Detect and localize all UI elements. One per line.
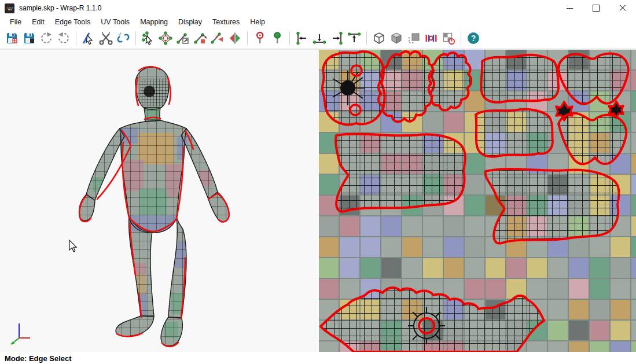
chain-icon: [116, 31, 130, 45]
cut-edges-button[interactable]: [97, 30, 115, 47]
redo-button[interactable]: [55, 30, 72, 47]
align-left-icon: [295, 31, 309, 45]
menu-textures[interactable]: Textures: [207, 17, 245, 27]
uv-island-leg-left[interactable]: [336, 134, 465, 212]
toolbar-separator: [289, 31, 290, 45]
uv-stretch-button[interactable]: [422, 30, 440, 47]
save-as-button[interactable]: [20, 30, 38, 47]
align-top-button[interactable]: [345, 30, 363, 47]
uv-island-torso-lower-back[interactable]: [558, 113, 626, 164]
texture-power-icon: [442, 31, 455, 45]
close-button[interactable]: [609, 0, 636, 16]
save-button[interactable]: [3, 30, 20, 47]
title-bar: sample.skp - Wrap-R 1.1.0: [0, 0, 636, 16]
toolbar-separator: [461, 31, 461, 45]
undo-icon: [39, 31, 53, 45]
toolbar: ?: [0, 28, 636, 49]
toolbar-separator: [247, 31, 248, 45]
uv-island-torso-upper-front[interactable]: [481, 55, 558, 102]
mirror-button[interactable]: [226, 30, 244, 47]
square-overlay-icon: [407, 31, 421, 45]
menu-edge-tools[interactable]: Edge Tools: [50, 17, 96, 27]
unpin-button[interactable]: [251, 30, 269, 47]
save-icon: [5, 31, 19, 45]
cube-solid-icon: [389, 31, 403, 45]
cursor-edge-icon: [82, 31, 95, 45]
window-title: sample.skp - Wrap-R 1.1.0: [19, 4, 102, 12]
pin-green-icon: [270, 31, 284, 45]
relax-icon: [159, 31, 172, 45]
model-canvas: [0, 50, 319, 352]
uv-island-hand-left[interactable]: [378, 52, 434, 122]
uv-editor-panel[interactable]: [319, 50, 636, 352]
toolbar-separator: [366, 31, 367, 45]
svg-text:?: ?: [471, 34, 476, 43]
select-vertices-button[interactable]: [139, 30, 157, 47]
help-icon: ?: [466, 31, 480, 45]
align-left-button[interactable]: [293, 30, 311, 47]
rotate-edge-button[interactable]: [192, 30, 209, 47]
show-uv-overlay-button[interactable]: [405, 30, 422, 47]
align-bottom-button[interactable]: [311, 30, 328, 47]
relax-vertices-button[interactable]: [157, 30, 174, 47]
status-bar: Mode: Edge Select: [0, 352, 636, 364]
menu-uv-tools[interactable]: UV Tools: [95, 17, 135, 27]
flip-edge-button[interactable]: [209, 30, 226, 47]
undo-button[interactable]: [38, 30, 55, 47]
edge-scale-icon: [176, 31, 190, 45]
uv-islands-layer: [319, 50, 636, 352]
uv-island-hand-right[interactable]: [429, 53, 471, 111]
pin-button[interactable]: [269, 30, 286, 47]
select-edges-button[interactable]: [80, 30, 97, 47]
pin-red-icon: [253, 31, 267, 45]
close-icon: [619, 5, 626, 12]
maximize-button[interactable]: [583, 0, 609, 16]
uv-island-torso-upper-back[interactable]: [558, 54, 628, 104]
menu-help[interactable]: Help: [245, 17, 270, 27]
menu-file[interactable]: File: [5, 17, 27, 27]
cube-wire-icon: [372, 31, 386, 45]
mouse-cursor: [69, 240, 76, 252]
toggle-texture-button[interactable]: [440, 30, 457, 47]
menu-edit[interactable]: Edit: [27, 17, 50, 27]
view-solid-button[interactable]: [388, 30, 405, 47]
uv-island-leg-right[interactable]: [486, 169, 619, 244]
minimize-icon: [567, 8, 573, 9]
scissors-icon: [99, 31, 113, 45]
align-right-button[interactable]: [328, 30, 345, 47]
scale-edge-button[interactable]: [174, 30, 192, 47]
redo-icon: [57, 31, 71, 45]
edge-flip-icon: [211, 31, 225, 45]
app-window: sample.skp - Wrap-R 1.1.0 File Edit Edge…: [0, 0, 636, 364]
mode-status-text: Mode: Edge Select: [5, 354, 72, 363]
save-as-icon: [22, 31, 36, 45]
stretch-icon: [424, 31, 438, 45]
menu-display[interactable]: Display: [173, 17, 207, 27]
align-right-icon: [330, 31, 344, 45]
minimize-button[interactable]: [556, 0, 583, 16]
cursor-vertex-icon: [141, 31, 155, 45]
view-wireframe-button[interactable]: [370, 30, 388, 47]
weld-edges-button[interactable]: [115, 30, 132, 47]
uv-island-torso-lower-front[interactable]: [476, 109, 553, 157]
app-logo-icon: [5, 3, 14, 13]
toolbar-separator: [76, 31, 76, 45]
main-area: [0, 49, 636, 352]
align-bottom-icon: [313, 31, 326, 45]
axis-gizmo: [11, 323, 30, 344]
menu-bar: File Edit Edge Tools UV Tools Mapping Di…: [0, 16, 636, 28]
viewport-3d[interactable]: [0, 50, 319, 352]
align-top-icon: [347, 31, 361, 45]
help-button[interactable]: ?: [465, 30, 482, 47]
maximize-icon: [593, 5, 600, 12]
model-figure[interactable]: [75, 66, 243, 350]
mirror-icon: [228, 31, 242, 45]
toolbar-separator: [135, 31, 136, 45]
edge-rotate-icon: [193, 31, 207, 45]
menu-mapping[interactable]: Mapping: [135, 17, 173, 27]
window-controls: [556, 0, 636, 16]
